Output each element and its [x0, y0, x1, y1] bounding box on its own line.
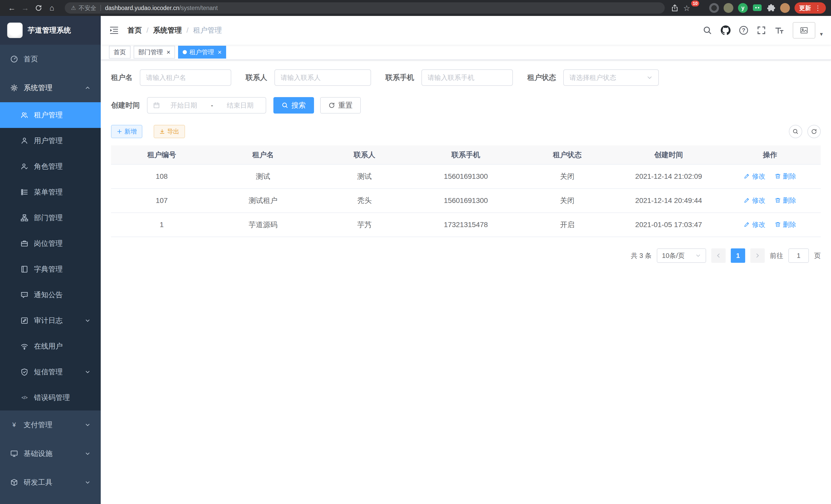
list-icon: [21, 188, 28, 196]
prev-page-button[interactable]: [711, 248, 726, 263]
add-button[interactable]: 新增: [111, 125, 142, 138]
edit-label: 修改: [752, 196, 766, 205]
sidebar-collapse-button[interactable]: [109, 25, 119, 35]
table-header-row: 租户编号 租户名 联系人 联系手机 租户状态 创建时间 操作: [111, 145, 821, 165]
signal-icon: [21, 343, 28, 350]
user-avatar[interactable]: [793, 22, 815, 38]
sidebar-item-notice[interactable]: 通知公告: [0, 282, 101, 308]
bookmark-star-icon[interactable]: ☆: [683, 1, 690, 14]
browser-menu-icon[interactable]: ⋮: [814, 4, 821, 12]
sidebar-item-label: 首页: [24, 54, 38, 64]
avatar-dropdown-caret[interactable]: ▾: [820, 31, 823, 38]
shield-icon: [21, 368, 28, 376]
browser-forward-button[interactable]: →: [19, 1, 32, 14]
app-logo[interactable]: 芋道管理系统: [0, 16, 101, 45]
goto-page-input[interactable]: [789, 248, 809, 263]
chevron-down-icon: [85, 480, 90, 485]
sidebar-item-user[interactable]: 用户管理: [0, 128, 101, 154]
reset-button[interactable]: 重置: [320, 97, 361, 114]
extension-icon-olive[interactable]: [724, 3, 733, 13]
breadcrumb-system[interactable]: 系统管理: [153, 25, 182, 35]
date-start-placeholder: 开始日期: [164, 101, 204, 110]
sidebar-item-dict[interactable]: 字典管理: [0, 256, 101, 282]
extension-icon-chat[interactable]: [752, 3, 762, 13]
column-header: 联系手机: [415, 145, 517, 165]
address-bar[interactable]: ⚠ 不安全 dashboard.yudao.iocoder.cn /system…: [65, 2, 665, 13]
toggle-search-button[interactable]: [789, 125, 802, 138]
browser-home-button[interactable]: ⌂: [45, 1, 59, 14]
reload-icon: [35, 4, 42, 11]
tab-close-icon[interactable]: ×: [167, 49, 170, 56]
delete-link[interactable]: 删除: [775, 196, 796, 205]
extension-icon-green-letter[interactable]: y: [738, 3, 748, 13]
book-icon: [21, 265, 28, 273]
tab-dept[interactable]: 部门管理 ×: [134, 46, 175, 59]
sidebar-item-label: 部门管理: [34, 213, 63, 223]
search-button[interactable]: 搜索: [274, 97, 314, 114]
tenant-name-input[interactable]: [140, 69, 231, 86]
delete-link[interactable]: 删除: [775, 172, 796, 181]
fullscreen-icon[interactable]: [757, 26, 766, 35]
sidebar-item-post[interactable]: 岗位管理: [0, 231, 101, 256]
browser-profile-avatar[interactable]: [780, 3, 790, 13]
browser-reload-button[interactable]: [32, 1, 45, 14]
tenant-status-select[interactable]: 请选择租户状态: [563, 69, 659, 86]
cell-mobile: 17321315478: [415, 213, 517, 237]
tab-home[interactable]: 首页: [109, 46, 131, 59]
next-page-button[interactable]: [750, 248, 765, 263]
sidebar-item-tenant[interactable]: 租户管理: [0, 102, 101, 128]
sidebar-item-system[interactable]: 系统管理: [0, 73, 101, 102]
sidebar-item-menu[interactable]: 菜单管理: [0, 179, 101, 205]
app-title: 芋道管理系统: [28, 25, 71, 35]
edit-link[interactable]: 修改: [744, 196, 766, 205]
mobile-input[interactable]: [422, 69, 513, 86]
cell-operations: 修改 删除: [719, 165, 821, 188]
browser-back-button[interactable]: ←: [5, 1, 19, 14]
page-size-select[interactable]: 10条/页: [657, 248, 706, 263]
sidebar-item-online-users[interactable]: 在线用户: [0, 333, 101, 359]
extensions-puzzle-icon[interactable]: [767, 4, 775, 12]
sidebar-item-error-code[interactable]: </> 错误码管理: [0, 385, 101, 411]
tab-tenant-active[interactable]: 租户管理 ×: [178, 46, 226, 59]
browser-actions: ☆ 10 y 更新 ⋮: [671, 1, 826, 14]
breadcrumb-home[interactable]: 首页: [127, 25, 142, 35]
sidebar-item-label: 系统管理: [24, 83, 52, 93]
sidebar-item-role[interactable]: 角色管理: [0, 154, 101, 179]
delete-link[interactable]: 删除: [775, 220, 796, 229]
contact-input[interactable]: [275, 69, 371, 86]
chevron-left-icon: [715, 253, 721, 259]
share-icon[interactable]: [671, 4, 679, 12]
cell-tenant-name: 测试: [212, 165, 314, 188]
sidebar-item-home[interactable]: 首页: [0, 45, 101, 73]
refresh-icon: [328, 102, 335, 109]
header-search-icon[interactable]: [703, 26, 712, 35]
sidebar-item-dev-tools[interactable]: 研发工具: [0, 468, 101, 497]
tab-close-icon[interactable]: ×: [218, 49, 222, 56]
sidebar-item-infrastructure[interactable]: 基础设施: [0, 439, 101, 468]
mobile-label: 联系手机: [385, 73, 414, 83]
sidebar-item-dept[interactable]: 部门管理: [0, 205, 101, 231]
font-size-icon[interactable]: [775, 26, 784, 35]
sidebar-item-audit-log[interactable]: 审计日志: [0, 308, 101, 333]
sidebar-item-label: 审计日志: [34, 316, 63, 325]
edit-link[interactable]: 修改: [744, 172, 766, 181]
create-time-range-picker[interactable]: 开始日期 - 结束日期: [147, 97, 266, 114]
refresh-table-button[interactable]: [807, 125, 821, 138]
export-button[interactable]: 导出: [154, 125, 185, 138]
sidebar-item-sms[interactable]: 短信管理: [0, 359, 101, 385]
sidebar-item-label: 租户管理: [34, 110, 63, 120]
delete-label: 删除: [783, 220, 796, 229]
extension-icon-dark[interactable]: [709, 3, 719, 13]
search-form-row-2: 创建时间 开始日期 - 结束日期 搜索 重置: [111, 97, 821, 114]
sidebar-item-payment[interactable]: ¥ 支付管理: [0, 411, 101, 439]
breadcrumb-current: 租户管理: [193, 25, 222, 35]
page-number-current[interactable]: 1: [731, 248, 745, 263]
page-unit-label: 页: [814, 251, 821, 260]
export-button-label: 导出: [167, 127, 179, 136]
edit-link[interactable]: 修改: [744, 220, 766, 229]
github-icon[interactable]: [721, 25, 730, 35]
extension-icon-pinned[interactable]: 10: [695, 3, 705, 13]
browser-update-button[interactable]: 更新 ⋮: [795, 2, 826, 13]
delete-label: 删除: [783, 196, 796, 205]
docs-help-icon[interactable]: ?: [739, 26, 748, 35]
